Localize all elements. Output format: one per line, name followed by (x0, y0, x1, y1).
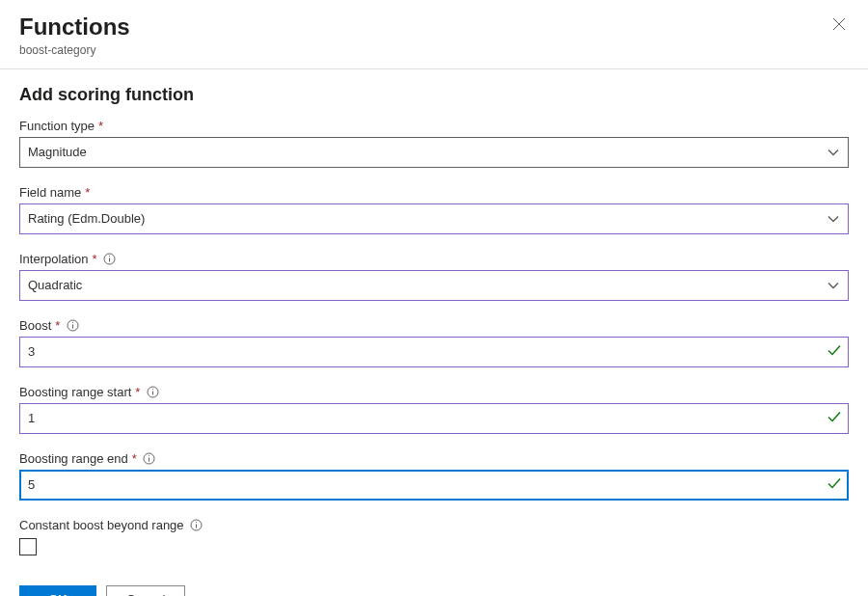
required-marker: * (55, 318, 60, 333)
label-text: Field name (19, 185, 81, 200)
label-text: Interpolation (19, 252, 89, 266)
range-start-input[interactable] (19, 403, 849, 434)
close-button[interactable] (831, 17, 847, 33)
field-name-select[interactable]: Rating (Edm.Double) (19, 203, 849, 234)
field-label: Interpolation * (19, 252, 849, 266)
panel-subtitle: boost-category (19, 43, 849, 57)
field-constant-boost: Constant boost beyond range (19, 518, 849, 558)
svg-point-4 (109, 256, 110, 257)
select-value: Rating (Edm.Double) (28, 211, 145, 226)
svg-point-10 (152, 389, 153, 390)
label-text: Function type (19, 119, 95, 133)
ok-button[interactable]: OK (19, 585, 96, 596)
field-range-end: Boosting range end * (19, 451, 849, 501)
panel-header: Functions boost-category (0, 0, 868, 69)
required-marker: * (93, 252, 97, 266)
select-value: Quadratic (28, 278, 82, 292)
label-text: Boosting range end (19, 451, 128, 466)
field-label: Boost * (19, 318, 849, 333)
cancel-button[interactable]: Cancel (106, 585, 185, 596)
label-text: Constant boost beyond range (19, 518, 184, 532)
required-marker: * (85, 185, 90, 200)
select-value: Magnitude (28, 145, 87, 159)
label-text: Boost (19, 318, 51, 333)
field-label: Constant boost beyond range (19, 518, 849, 532)
boost-input[interactable] (19, 337, 849, 367)
field-function-type: Function type * Magnitude (19, 119, 849, 168)
info-icon[interactable] (190, 518, 203, 531)
label-text: Boosting range start (19, 385, 131, 399)
range-end-input[interactable] (19, 470, 849, 501)
svg-point-13 (149, 455, 149, 456)
info-icon[interactable] (146, 385, 159, 398)
field-label: Boosting range end * (19, 451, 849, 466)
panel-content: Add scoring function Function type * Mag… (0, 69, 868, 596)
field-label: Boosting range start * (19, 385, 849, 399)
close-icon (832, 17, 846, 34)
function-type-select[interactable]: Magnitude (19, 137, 849, 168)
required-marker: * (98, 119, 103, 133)
field-label: Function type * (19, 119, 849, 133)
constant-boost-checkbox[interactable] (19, 538, 37, 555)
required-marker: * (135, 385, 140, 399)
field-range-start: Boosting range start * (19, 385, 849, 434)
panel-title: Functions (19, 14, 849, 41)
info-icon[interactable] (66, 318, 79, 332)
field-field-name: Field name * Rating (Edm.Double) (19, 185, 849, 234)
svg-point-7 (72, 322, 73, 323)
field-boost: Boost * (19, 318, 849, 367)
interpolation-select[interactable]: Quadratic (19, 270, 849, 301)
field-label: Field name * (19, 185, 849, 200)
info-icon[interactable] (143, 451, 156, 465)
section-title: Add scoring function (19, 85, 849, 105)
svg-point-16 (196, 522, 197, 523)
button-row: OK Cancel (19, 585, 849, 596)
info-icon[interactable] (103, 252, 117, 265)
field-interpolation: Interpolation * Quadratic (19, 252, 849, 301)
required-marker: * (132, 451, 137, 466)
